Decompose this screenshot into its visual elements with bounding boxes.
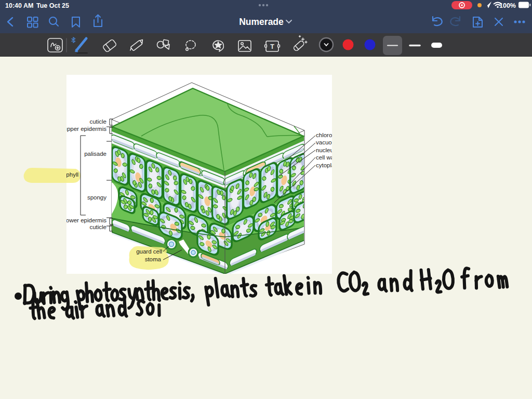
svg-text:cell wall: cell wall — [316, 154, 337, 161]
svg-text:guard cell: guard cell — [136, 248, 162, 255]
svg-text:nucleus: nucleus — [316, 147, 337, 153]
svg-text:lower epidermis: lower epidermis — [64, 217, 107, 223]
svg-text:cuticle: cuticle — [89, 224, 107, 230]
svg-text:T: T — [270, 43, 274, 50]
svg-text:Tue Oct 25: Tue Oct 25 — [36, 2, 69, 9]
svg-text:10:40 AM: 10:40 AM — [5, 2, 33, 9]
svg-text:Numerade: Numerade — [239, 17, 284, 27]
svg-text:100%: 100% — [499, 2, 516, 9]
svg-text:cytoplasm: cytoplasm — [316, 162, 343, 168]
svg-text:spongy: spongy — [87, 194, 107, 201]
svg-text:palisade: palisade — [84, 151, 107, 157]
svg-text:vacuole: vacuole — [316, 139, 337, 145]
svg-text:chloroplast: chloroplast — [316, 132, 345, 138]
svg-text:stoma: stoma — [145, 256, 162, 262]
svg-text:upper epidermis: upper epidermis — [64, 126, 107, 132]
svg-text:cuticle: cuticle — [89, 118, 107, 125]
